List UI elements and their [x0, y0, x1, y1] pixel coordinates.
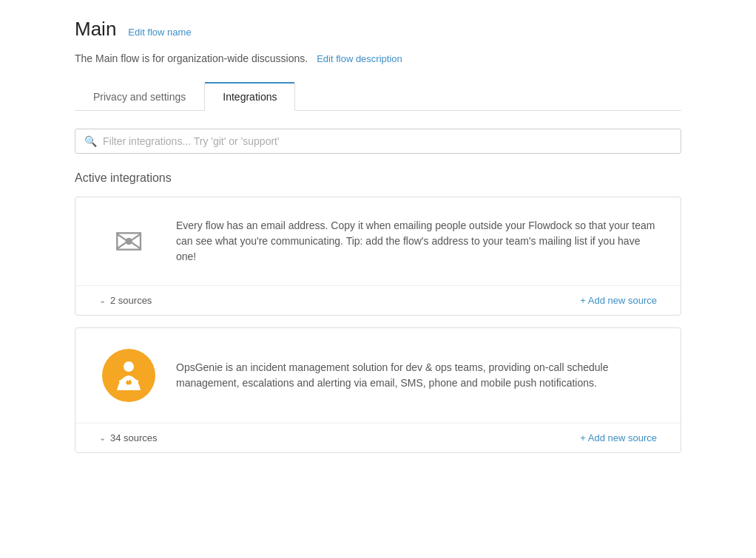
page-title: Main: [75, 18, 116, 41]
search-row: 🔍: [75, 129, 681, 154]
email-card-body: ✉ Every flow has an email address. Copy …: [75, 197, 681, 285]
email-integration-card: ✉ Every flow has an email address. Copy …: [75, 197, 681, 316]
email-description: Every flow has an email address. Copy it…: [176, 218, 657, 265]
edit-flow-name-link[interactable]: Edit flow name: [128, 27, 191, 38]
opsgenie-logo: [102, 349, 155, 402]
opsgenie-add-source-link[interactable]: + Add new source: [580, 432, 657, 443]
opsgenie-svg-icon: [109, 356, 148, 395]
tab-integrations[interactable]: Integrations: [204, 83, 295, 111]
email-add-source-link[interactable]: + Add new source: [580, 295, 657, 306]
opsgenie-sources-count: 34 sources: [110, 432, 158, 443]
email-icon: ✉: [114, 221, 144, 262]
search-box: 🔍: [75, 129, 681, 154]
opsgenie-description: OpsGenie is an incident management solut…: [176, 360, 657, 391]
flow-description-text: The Main flow is for organization-wide d…: [75, 52, 308, 64]
svg-point-0: [124, 361, 134, 372]
opsgenie-icon-container: [99, 349, 158, 402]
opsgenie-integration-card: OpsGenie is an incident management solut…: [75, 327, 681, 453]
title-row: Main Edit flow name: [75, 18, 681, 41]
flow-description-row: The Main flow is for organization-wide d…: [75, 52, 681, 64]
opsgenie-sources-toggle[interactable]: ⌄ 34 sources: [99, 432, 158, 443]
tab-privacy-settings[interactable]: Privacy and settings: [75, 83, 204, 111]
active-integrations-title: Active integrations: [75, 171, 681, 185]
email-footer: ⌄ 2 sources + Add new source: [75, 285, 681, 315]
email-sources-toggle[interactable]: ⌄ 2 sources: [99, 295, 152, 306]
email-icon-container: ✉: [99, 221, 158, 262]
search-icon: 🔍: [84, 135, 97, 147]
page-container: Main Edit flow name The Main flow is for…: [45, 0, 711, 483]
chevron-down-icon: ⌄: [99, 296, 106, 305]
chevron-down-icon-2: ⌄: [99, 433, 106, 443]
opsgenie-card-body: OpsGenie is an incident management solut…: [75, 328, 681, 423]
search-input[interactable]: [103, 135, 672, 147]
edit-flow-description-link[interactable]: Edit flow description: [317, 53, 402, 64]
tabs-row: Privacy and settings Integrations: [75, 82, 681, 111]
opsgenie-footer: ⌄ 34 sources + Add new source: [75, 423, 681, 452]
email-sources-count: 2 sources: [110, 295, 152, 306]
